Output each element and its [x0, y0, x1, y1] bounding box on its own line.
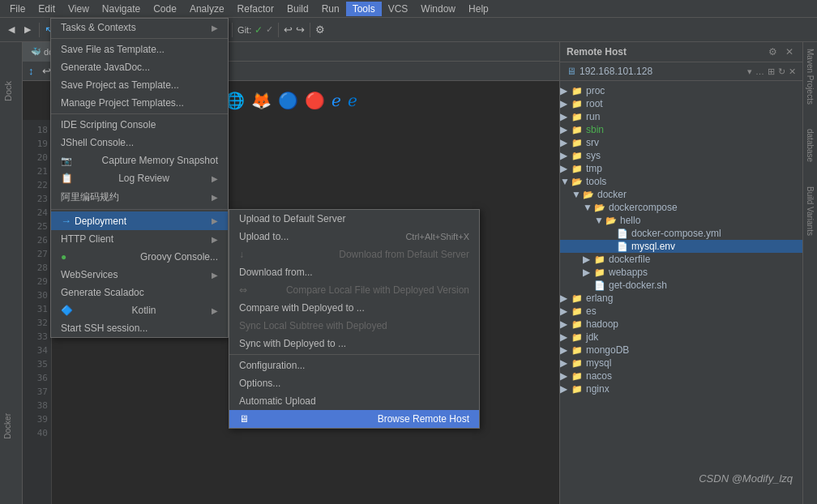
- firefox-icon[interactable]: 🦊: [251, 91, 272, 110]
- tree-item-erlang[interactable]: ▶ 📁 erlang: [560, 292, 802, 305]
- docker-tab[interactable]: Docker: [3, 413, 12, 439]
- right-tab-maven[interactable]: Maven Projects: [806, 49, 815, 105]
- tree-item-jdk[interactable]: ▶ 📁 jdk: [560, 331, 802, 344]
- settings-button[interactable]: ⚙: [315, 23, 325, 36]
- menu-manage-templates[interactable]: Manage Project Templates...: [51, 94, 228, 112]
- submenu-browse-remote[interactable]: 🖥 Browse Remote Host: [229, 410, 479, 428]
- submenu-download-default[interactable]: ↓ Download from Default Server: [229, 246, 479, 263]
- tree-item-mysql[interactable]: ▶ 📁 mysql: [560, 357, 802, 369]
- submenu-compare-local[interactable]: ⇔ Compare Local File with Deployed Versi…: [229, 281, 479, 299]
- host-refresh-btn[interactable]: ↻: [778, 66, 785, 77]
- menu-build[interactable]: Build: [280, 2, 315, 16]
- menu-file[interactable]: File: [3, 2, 32, 16]
- tree-item-mysql-env[interactable]: 📄 mysql.env: [560, 240, 802, 253]
- submenu-options[interactable]: Options...: [229, 374, 479, 392]
- tree-item-run[interactable]: ▶ 📁 run: [560, 110, 802, 123]
- safari-icon[interactable]: 🔵: [278, 91, 298, 110]
- tree-item-docker[interactable]: ▼ 📂 docker: [560, 188, 802, 201]
- submenu-sync-deployed[interactable]: Sync with Deployed to ...: [229, 335, 479, 352]
- tree-item-get-docker-sh[interactable]: 📄 get-docker.sh: [560, 279, 802, 292]
- menu-window[interactable]: Window: [414, 2, 462, 16]
- menu-ide-scripting[interactable]: IDE Scripting Console: [51, 116, 228, 134]
- tree-item-root[interactable]: ▶ 📁 root: [560, 97, 802, 110]
- tree-item-dockerfile[interactable]: ▶ 📁 dockerfile: [560, 253, 802, 266]
- submenu-compare-deployed[interactable]: Compare with Deployed to ...: [229, 299, 479, 317]
- panel-close-btn[interactable]: ✕: [783, 45, 796, 58]
- tree-item-nginx[interactable]: ▶ 📁 nginx: [560, 382, 802, 395]
- edge-icon[interactable]: ℯ: [348, 91, 357, 110]
- menu-webservices[interactable]: WebServices ▶: [51, 266, 228, 284]
- menu-vcs[interactable]: VCS: [382, 2, 415, 16]
- arrow-icon: ▶: [560, 163, 571, 174]
- capture-icon: 📷: [61, 156, 72, 166]
- submenu-configuration[interactable]: Configuration...: [229, 357, 479, 374]
- editor-sync-icon[interactable]: ↕: [26, 64, 36, 78]
- menu-tasks-contexts[interactable]: Tasks & Contexts ▶: [51, 19, 228, 36]
- menu-help[interactable]: Help: [462, 2, 495, 16]
- menu-ssh[interactable]: Start SSH session...: [51, 319, 228, 337]
- submenu-download-from[interactable]: Download from...: [229, 263, 479, 281]
- right-tab-database[interactable]: database: [806, 129, 815, 162]
- tree-item-docker-compose-yml[interactable]: 📄 docker-compose.yml: [560, 227, 802, 240]
- menu-tools[interactable]: Tools: [346, 2, 382, 16]
- submenu-item-label: Upload to Default Server: [239, 213, 345, 224]
- menu-kotlin[interactable]: 🔷 Kotlin ▶: [51, 301, 228, 319]
- tree-item-hello[interactable]: ▼ 📂 hello: [560, 214, 802, 227]
- tree-item-label: hadoop: [586, 318, 618, 330]
- undo-button[interactable]: ↩: [284, 23, 293, 36]
- tree-item-es[interactable]: ▶ 📁 es: [560, 305, 802, 318]
- tree-item-tools[interactable]: ▼ 📂 tools: [560, 175, 802, 188]
- submenu-upload-to[interactable]: Upload to... Ctrl+Alt+Shift+X: [229, 228, 479, 246]
- redo-button[interactable]: ↪: [296, 23, 305, 36]
- menu-http-client[interactable]: HTTP Client ▶: [51, 230, 228, 248]
- menu-navigate[interactable]: Navigate: [96, 2, 147, 16]
- tree-item-sys[interactable]: ▶ 📁 sys: [560, 149, 802, 162]
- tree-item-dockercompose[interactable]: ▼ 📂 dockercompose: [560, 201, 802, 214]
- ie-icon[interactable]: ℯ: [332, 91, 341, 110]
- panel-settings-btn[interactable]: ⚙: [766, 45, 780, 58]
- host-more-btn[interactable]: …: [755, 66, 764, 77]
- submenu-item-label: Compare with Deployed to ...: [239, 302, 365, 314]
- right-tab-build[interactable]: Build Variants: [806, 186, 815, 236]
- menu-save-project-template[interactable]: Save Project as Template...: [51, 76, 228, 94]
- tree-item-mongodb[interactable]: ▶ 📁 mongoDB: [560, 344, 802, 357]
- submenu-upload-default[interactable]: Upload to Default Server: [229, 210, 479, 228]
- menu-ali-code[interactable]: 阿里编码规约 ▶: [51, 187, 228, 207]
- menu-code[interactable]: Code: [147, 2, 183, 16]
- menu-refactor[interactable]: Refactor: [231, 2, 280, 16]
- submenu-auto-upload[interactable]: Automatic Upload: [229, 392, 479, 410]
- menu-deployment[interactable]: → Deployment ▶: [51, 211, 228, 230]
- menu-analyze[interactable]: Analyze: [183, 2, 231, 16]
- folder-icon: 📁: [571, 151, 583, 161]
- tree-item-hadoop[interactable]: ▶ 📁 hadoop: [560, 318, 802, 331]
- tree-item-nacos[interactable]: ▶ 📁 nacos: [560, 369, 802, 382]
- toolbar-sep1: [39, 23, 40, 37]
- menu-jshell[interactable]: JShell Console...: [51, 134, 228, 152]
- menu-generate-javadoc[interactable]: Generate JavaDoc...: [51, 58, 228, 76]
- tree-item-webapps[interactable]: ▶ 📁 webapps: [560, 266, 802, 279]
- toolbar-forward[interactable]: ▶: [21, 23, 34, 36]
- menu-edit[interactable]: Edit: [32, 2, 62, 16]
- menu-view[interactable]: View: [62, 2, 96, 16]
- tree-item-sbin[interactable]: ▶ 📁 sbin: [560, 123, 802, 136]
- tree-item-srv[interactable]: ▶ 📁 srv: [560, 136, 802, 149]
- menu-save-file-template[interactable]: Save File as Template...: [51, 41, 228, 58]
- file-tree[interactable]: ▶ 📁 proc ▶ 📁 root ▶ 📁 run ▶ 📁 sbin: [560, 81, 802, 504]
- menu-run[interactable]: Run: [315, 2, 346, 16]
- toolbar-back[interactable]: ◀: [5, 23, 18, 36]
- opera-icon[interactable]: 🔴: [305, 91, 325, 110]
- submenu-sync-local[interactable]: Sync Local Subtree with Deployed: [229, 317, 479, 335]
- tree-item-proc[interactable]: ▶ 📁 proc: [560, 84, 802, 97]
- arrow-icon: ▶: [560, 111, 571, 122]
- menu-groovy[interactable]: ● Groovy Console...: [51, 248, 228, 266]
- menu-log-review[interactable]: 📋 Log Review ▶: [51, 169, 228, 187]
- host-close-btn[interactable]: ✕: [789, 66, 796, 77]
- menu-capture-memory[interactable]: 📷 Capture Memory Snapshot: [51, 152, 228, 169]
- tree-item-tmp[interactable]: ▶ 📁 tmp: [560, 162, 802, 175]
- menu-scaladoc[interactable]: Generate Scaladoc: [51, 284, 228, 301]
- host-split-btn[interactable]: ⊞: [768, 66, 775, 77]
- dock-tab[interactable]: Dock: [0, 75, 16, 108]
- shortcut-label: Ctrl+Alt+Shift+X: [405, 232, 469, 241]
- host-dropdown-btn[interactable]: ▾: [747, 66, 752, 77]
- arrow-icon: ▶: [560, 98, 571, 109]
